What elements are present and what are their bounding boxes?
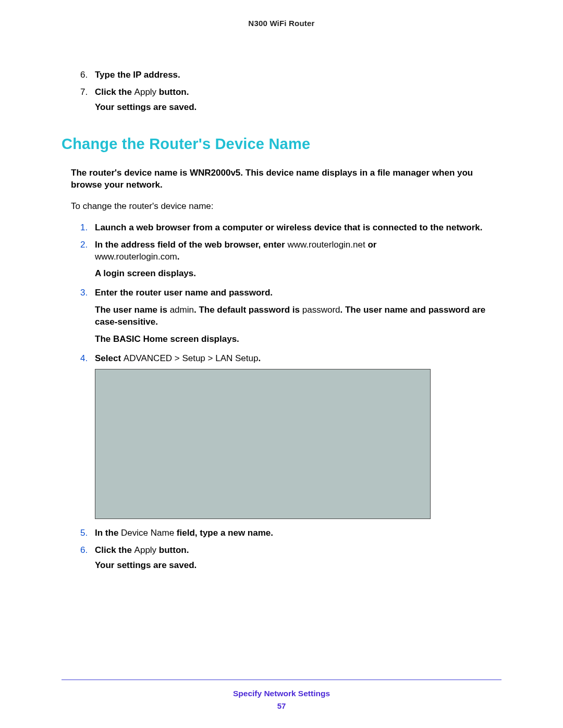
step-3: 3. Enter the router user name and passwo… bbox=[80, 287, 501, 349]
step-number: 1. bbox=[80, 222, 95, 237]
step-1: 1. Launch a web browser from a computer … bbox=[80, 222, 501, 237]
step-number: 4. bbox=[80, 353, 95, 525]
footer-page-number: 57 bbox=[0, 701, 563, 710]
procedure-list: 1. Launch a web browser from a computer … bbox=[80, 222, 501, 575]
footer-chapter: Specify Network Settings bbox=[0, 689, 563, 698]
section-lead: To change the router's device name: bbox=[71, 201, 501, 213]
step-result: A login screen displays. bbox=[95, 268, 501, 280]
step-result: Your settings are saved. bbox=[95, 560, 501, 572]
section-intro: The router's device name is WNR2000v5. T… bbox=[71, 167, 501, 191]
step-detail: The user name is admin. The default pass… bbox=[95, 304, 501, 328]
step-result: Your settings are saved. bbox=[95, 102, 501, 114]
step-number: 2. bbox=[80, 239, 95, 283]
step-number: 6. bbox=[80, 545, 95, 575]
step-7-top: 7. Click the Apply button. Your settings… bbox=[80, 87, 501, 117]
step-number: 5. bbox=[80, 527, 95, 542]
document-page: N300 WiFi Router 6. Type the IP address.… bbox=[0, 0, 563, 728]
step-text: In the Device Name field, type a new nam… bbox=[95, 527, 501, 539]
step-text: In the address field of the web browser,… bbox=[95, 239, 501, 263]
step-5: 5. In the Device Name field, type a new … bbox=[80, 527, 501, 542]
step-6: 6. Click the Apply button. Your settings… bbox=[80, 545, 501, 575]
continued-step-list: 6. Type the IP address. 7. Click the App… bbox=[80, 69, 501, 117]
step-2: 2. In the address field of the web brows… bbox=[80, 239, 501, 283]
step-text: Type the IP address. bbox=[95, 69, 501, 81]
step-number: 3. bbox=[80, 287, 95, 349]
step-text: Launch a web browser from a computer or … bbox=[95, 222, 501, 234]
step-6-top: 6. Type the IP address. bbox=[80, 69, 501, 84]
step-4: 4. Select ADVANCED > Setup > LAN Setup. bbox=[80, 353, 501, 525]
step-result: The BASIC Home screen displays. bbox=[95, 334, 501, 346]
section-heading: Change the Router's Device Name bbox=[62, 135, 501, 153]
step-number: 6. bbox=[80, 69, 95, 84]
screenshot-placeholder bbox=[95, 369, 431, 519]
step-number: 7. bbox=[80, 87, 95, 117]
step-text: Enter the router user name and password. bbox=[95, 287, 501, 299]
page-footer: Specify Network Settings 57 bbox=[0, 689, 563, 710]
footer-divider bbox=[62, 680, 501, 680]
section-body: The router's device name is WNR2000v5. T… bbox=[71, 167, 501, 213]
step-text: Select ADVANCED > Setup > LAN Setup. bbox=[95, 353, 501, 365]
step-text: Click the Apply button. bbox=[95, 87, 501, 98]
step-text: Click the Apply button. bbox=[95, 545, 501, 557]
page-header-product: N300 WiFi Router bbox=[62, 19, 501, 28]
